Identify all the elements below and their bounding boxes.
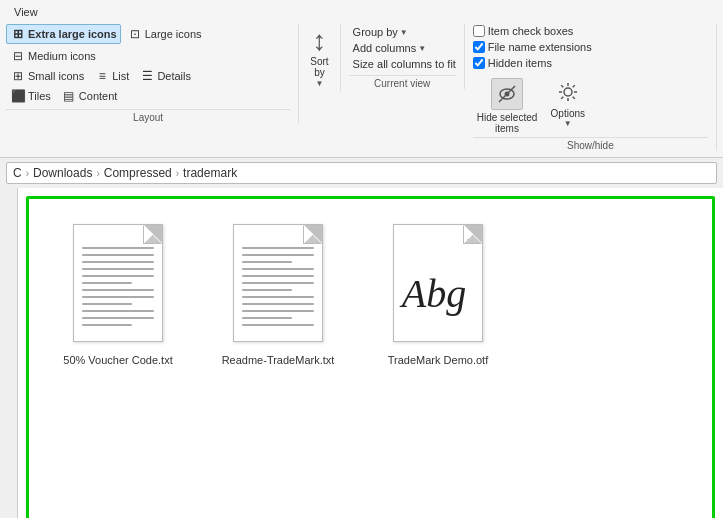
file-name: TradeMark Demo.otf: [388, 354, 488, 366]
file-name-ext-checkbox[interactable]: [473, 41, 485, 53]
show-hide-group: Item check boxes File name extensions Hi…: [465, 24, 717, 151]
list-label: List: [112, 70, 129, 82]
size-all-label: Size all columns to fit: [353, 58, 456, 70]
group-by-button[interactable]: Group by ▼: [349, 24, 412, 40]
file-icon-wrapper: Abg: [388, 218, 488, 348]
size-all-columns-button[interactable]: Size all columns to fit: [349, 56, 460, 72]
doc-line: [82, 282, 132, 284]
options-button[interactable]: Options ▼: [545, 78, 590, 128]
file-name: 50% Voucher Code.txt: [63, 354, 172, 366]
sort-by-group: ↕ Sortby ▼: [299, 24, 340, 91]
doc-line: [242, 275, 314, 277]
doc-line: [242, 317, 292, 319]
breadcrumb-sep-3: ›: [176, 168, 179, 179]
layout-group-label: Layout: [6, 109, 290, 123]
current-view-label: Current view: [349, 75, 456, 89]
doc-line: [82, 317, 154, 319]
file-icon-wrapper: [228, 218, 328, 348]
font-file-icon: Abg: [393, 224, 483, 342]
extra-large-icons-label: Extra large icons: [28, 28, 117, 40]
text-file-icon: [73, 224, 163, 342]
details-label: Details: [157, 70, 191, 82]
breadcrumb-sep-2: ›: [96, 168, 99, 179]
breadcrumb-compressed[interactable]: Compressed: [104, 166, 172, 180]
file-item[interactable]: Readme-TradeMark.txt: [218, 218, 338, 366]
list-icon: ≡: [94, 68, 110, 84]
doc-line: [82, 303, 132, 305]
content-button[interactable]: ▤ Content: [57, 86, 122, 106]
main-area: 50% Voucher Code.txt: [0, 188, 723, 518]
options-icon: [554, 78, 582, 106]
files-container: 50% Voucher Code.txt: [28, 198, 713, 386]
font-preview-text: Abg: [402, 274, 466, 314]
extra-large-icons-button[interactable]: ⊞ Extra large icons: [6, 24, 121, 44]
doc-line: [82, 310, 154, 312]
doc-line: [242, 310, 314, 312]
item-checkboxes-row[interactable]: Item check boxes: [473, 24, 592, 38]
details-button[interactable]: ☰ Details: [135, 66, 195, 86]
doc-line: [242, 261, 292, 263]
medium-icons-button[interactable]: ⊟ Medium icons: [6, 46, 100, 66]
options-arrow: ▼: [564, 119, 572, 128]
doc-line: [242, 324, 314, 326]
group-by-arrow: ▼: [400, 28, 408, 37]
content-label: Content: [79, 90, 118, 102]
doc-line: [242, 268, 314, 270]
doc-lines: [82, 247, 154, 326]
add-columns-button[interactable]: Add columns ▼: [349, 40, 431, 56]
breadcrumb-downloads[interactable]: Downloads: [33, 166, 92, 180]
nav-pane: [0, 188, 18, 518]
doc-line: [82, 324, 132, 326]
tiles-icon: ⬛: [10, 88, 26, 104]
view-tab[interactable]: View: [6, 4, 46, 20]
sort-dropdown-arrow: ▼: [315, 79, 323, 88]
ribbon: View ⊞ Extra large icons ⊡ Large icons ⊟…: [0, 0, 723, 158]
file-item[interactable]: 50% Voucher Code.txt: [58, 218, 178, 366]
svg-point-3: [564, 88, 572, 96]
content-icon: ▤: [61, 88, 77, 104]
sort-by-button[interactable]: ↕ Sortby ▼: [305, 24, 333, 91]
text-file-icon: [233, 224, 323, 342]
add-columns-arrow: ▼: [418, 44, 426, 53]
hidden-items-checkbox[interactable]: [473, 57, 485, 69]
doc-line: [242, 289, 292, 291]
doc-line: [82, 275, 154, 277]
file-icon-wrapper: [68, 218, 168, 348]
doc-line: [242, 282, 314, 284]
doc-line: [82, 289, 154, 291]
item-checkboxes-label: Item check boxes: [488, 25, 574, 37]
breadcrumb: C › Downloads › Compressed › trademark: [6, 162, 717, 184]
list-button[interactable]: ≡ List: [90, 66, 133, 86]
breadcrumb-trademark[interactable]: trademark: [183, 166, 237, 180]
medium-icons-icon: ⊟: [10, 48, 26, 64]
medium-icons-label: Medium icons: [28, 50, 96, 62]
small-icons-icon: ⊞: [10, 68, 26, 84]
gear-icon: [557, 81, 579, 103]
large-icons-button[interactable]: ⊡ Large icons: [123, 24, 206, 44]
item-checkboxes-checkbox[interactable]: [473, 25, 485, 37]
sort-icon: ↕: [312, 27, 326, 55]
file-name-ext-row[interactable]: File name extensions: [473, 40, 592, 54]
file-name-ext-label: File name extensions: [488, 41, 592, 53]
doc-line: [242, 296, 314, 298]
breadcrumb-c[interactable]: C: [13, 166, 22, 180]
file-item[interactable]: Abg TradeMark Demo.otf: [378, 218, 498, 366]
hide-selected-label: Hide selecteditems: [477, 112, 538, 134]
tiles-button[interactable]: ⬛ Tiles: [6, 86, 55, 106]
large-icons-label: Large icons: [145, 28, 202, 40]
hidden-items-row[interactable]: Hidden items: [473, 56, 592, 70]
show-hide-label: Show/hide: [473, 137, 708, 151]
file-name: Readme-TradeMark.txt: [222, 354, 335, 366]
small-icons-label: Small icons: [28, 70, 84, 82]
tiles-label: Tiles: [28, 90, 51, 102]
sort-by-label: Sortby: [310, 56, 328, 78]
doc-line: [82, 247, 154, 249]
large-icons-icon: ⊡: [127, 26, 143, 42]
doc-line: [82, 261, 154, 263]
add-columns-label: Add columns: [353, 42, 417, 54]
hidden-items-label: Hidden items: [488, 57, 552, 69]
small-icons-button[interactable]: ⊞ Small icons: [6, 66, 88, 86]
doc-line: [82, 268, 154, 270]
extra-large-icons-icon: ⊞: [10, 26, 26, 42]
hide-selected-button[interactable]: Hide selecteditems: [473, 78, 542, 134]
